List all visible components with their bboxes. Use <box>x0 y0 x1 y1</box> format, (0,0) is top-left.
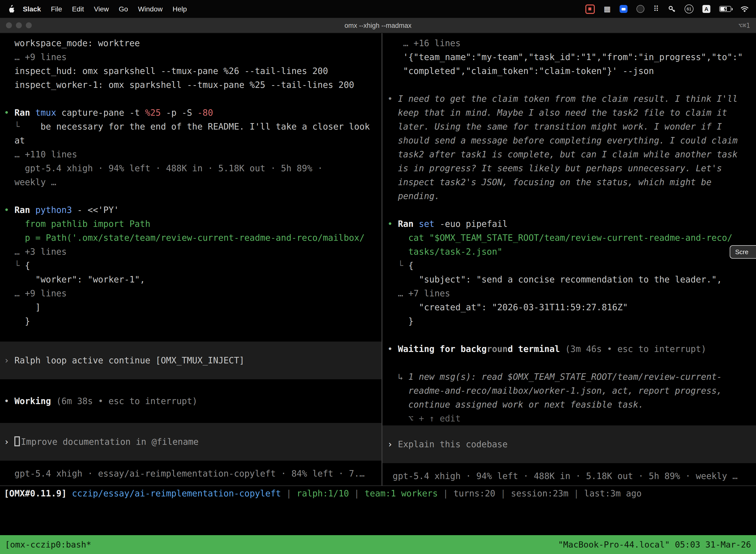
text-segment: at <box>4 135 25 146</box>
text-segment: | <box>281 489 297 498</box>
text-segment: … +9 lines <box>4 288 67 298</box>
menu-window[interactable]: Window <box>133 5 168 13</box>
pane-spacer <box>4 328 381 341</box>
text-segment: tmux <box>35 108 56 118</box>
text-segment: cczip/essay/ai-reimplementation-copyleft <box>72 489 281 498</box>
text-segment: › <box>4 355 14 365</box>
text-segment: (3m 46s • esc to interrupt) <box>560 344 706 354</box>
text-segment: | <box>438 489 453 498</box>
text-segment: weekly … <box>4 177 56 187</box>
gauge-61-icon[interactable]: 61 <box>685 4 693 13</box>
terminal-line: └ { <box>387 259 756 273</box>
terminal-line: ⌥ + ↑ edit <box>387 411 756 426</box>
dots-grid-icon[interactable]: ⠿ <box>653 4 659 13</box>
terminal-line: } <box>4 314 381 328</box>
terminal-line: at <box>4 133 381 148</box>
docker-glyph <box>622 8 626 10</box>
prompt-input[interactable]: › Improve documentation in @filename <box>0 423 381 461</box>
text-segment: ] <box>4 302 41 312</box>
terminal-line: '{"team_name":"my-team","task_id":"1","f… <box>387 50 756 64</box>
terminal-line: … +16 lines <box>387 36 756 50</box>
text-segment: gpt-5.4 xhigh · essay/ai-reimplementatio… <box>4 468 365 479</box>
text-segment <box>387 261 398 271</box>
screen-recording-dot <box>588 7 591 10</box>
menubar: Slack File Edit View Go Window Help ▦ ⠿ … <box>0 0 756 18</box>
text-segment: continue assigned work or next feasible … <box>387 400 644 409</box>
text-segment: team:1 workers <box>365 489 438 498</box>
prompt-input[interactable]: › Explain this codebase <box>382 426 756 463</box>
battery-icon[interactable] <box>719 6 731 12</box>
apple-menu-icon[interactable] <box>5 5 18 13</box>
text-segment: Improve documentation in @filename <box>21 437 198 447</box>
empty-pane-area <box>0 501 756 535</box>
omx-status-bar: [OMX#0.11.9] cczip/essay/ai-reimplementa… <box>0 486 756 501</box>
terminal-window: omx --xhigh --madmax ⌥⌘1 workspace_mode:… <box>0 18 756 554</box>
text-segment: … +16 lines <box>387 38 460 48</box>
wifi-icon[interactable] <box>740 6 749 12</box>
menu-app-name[interactable]: Slack <box>18 5 46 13</box>
terminal-line <box>387 356 756 370</box>
tmux-pane-left[interactable]: workspace_mode: worktree … +9 lines insp… <box>0 33 381 486</box>
text-segment: { <box>408 261 414 271</box>
terminal-line: ] <box>4 300 381 314</box>
terminal-line: should send a message before completing … <box>387 133 756 148</box>
terminal-line: readme-and-reco/mailbox/worker-1.json, a… <box>387 384 756 398</box>
text-segment: gpt-5.4 xhigh · 94% left · 488K in · 5.1… <box>387 471 738 481</box>
text-segment: (6m 38s • esc to interrupt) <box>51 396 197 406</box>
text-segment: later. Using the same for transition mig… <box>387 122 722 131</box>
text-segment <box>4 122 14 131</box>
text-segment: › <box>4 437 14 447</box>
terminal-line: from pathlib import Path <box>4 217 381 231</box>
text-segment: -p -S <box>161 108 197 118</box>
text-segment: be necessary for the end of the README. … <box>19 122 370 131</box>
text-segment: gpt-5.4 xhigh · 94% left · 488K in · 5.1… <box>4 163 323 173</box>
text-segment: } <box>387 316 414 326</box>
text-segment: workspace_mode: worktree <box>4 38 140 48</box>
input-source-icon[interactable]: A <box>702 5 710 13</box>
text-segment: … +3 lines <box>4 247 67 257</box>
text-segment: -euo pipefail <box>435 219 508 229</box>
text-segment: Waiting for backg <box>398 344 487 354</box>
menu-file[interactable]: File <box>46 5 67 13</box>
text-segment: "completed","claim_token":"claim-token"}… <box>387 66 654 76</box>
terminal-line: … +9 lines <box>4 50 381 64</box>
text-segment: "subject": "send a concise recommendatio… <box>387 275 722 284</box>
text-segment: | <box>568 489 584 498</box>
dark-app-icon[interactable] <box>636 5 644 13</box>
text-segment: "worker": "worker-1", <box>4 275 145 284</box>
text-segment: } <box>4 316 30 326</box>
screen-toast[interactable]: Scre <box>730 245 756 259</box>
menu-help[interactable]: Help <box>168 5 192 13</box>
screen-recording-icon[interactable] <box>585 4 595 14</box>
text-cursor <box>14 436 20 446</box>
terminal-line: weekly … <box>4 175 381 189</box>
window-titlebar: omx --xhigh --madmax ⌥⌘1 <box>0 18 756 33</box>
window-grid-icon[interactable]: ▦ <box>604 4 611 13</box>
text-segment <box>4 261 14 271</box>
terminal-line: ↳ 1 new msg(s): read $OMX_TEAM_STATE_ROO… <box>387 370 756 384</box>
docker-icon[interactable] <box>620 5 628 13</box>
text-segment: ralph:1/10 <box>297 489 349 498</box>
menu-go[interactable]: Go <box>114 5 133 13</box>
key-icon[interactable] <box>668 5 676 13</box>
terminal-line: inspect_hud: omx sparkshell --tmux-pane … <box>4 64 381 78</box>
text-segment: Explain this codebase <box>398 439 508 449</box>
text-segment: └ <box>14 122 19 131</box>
terminal-line: task2 after task1 is complete, but can I… <box>387 148 756 161</box>
text-segment: … +9 lines <box>4 52 67 62</box>
terminal-line: … +3 lines <box>4 245 381 259</box>
text-segment: | <box>349 489 365 498</box>
window-title: omx --xhigh --madmax <box>0 21 756 29</box>
text-segment: • <box>4 108 14 118</box>
model-status-line: gpt-5.4 xhigh · essay/ai-reimplementatio… <box>4 466 381 481</box>
menu-view[interactable]: View <box>89 5 114 13</box>
terminal-line: └ { <box>4 259 381 273</box>
tmux-pane-right[interactable]: … +16 lines '{"team_name":"my-team","tas… <box>382 33 756 486</box>
text-segment: inspect task2's JSON, focusing on the st… <box>387 177 711 187</box>
text-segment: readme-and-reco/mailbox/worker-1.json, a… <box>387 386 722 396</box>
text-segment: ⌥ + ↑ edit <box>387 413 460 424</box>
text-segment: python3 <box>35 205 72 215</box>
menu-edit[interactable]: Edit <box>67 5 89 13</box>
text-segment: › <box>387 439 398 449</box>
text-segment: cat "$OMX_TEAM_STATE_ROOT/team/review-cu… <box>387 233 733 243</box>
